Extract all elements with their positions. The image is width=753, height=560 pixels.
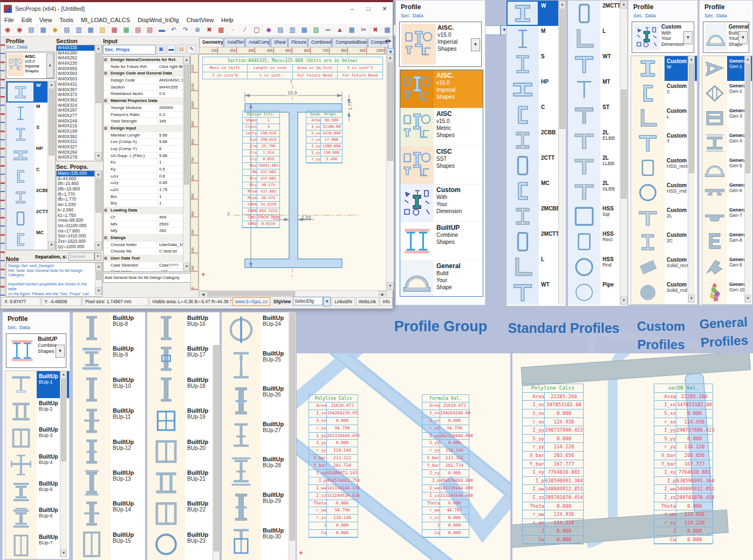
copy-note-button[interactable]: ▣ xyxy=(156,45,166,54)
menu-item[interactable]: View xyxy=(36,17,56,23)
note-scrollbar[interactable]: ▲▼ xyxy=(95,263,102,295)
custom-profile-item[interactable]: Custom2C xyxy=(631,230,697,255)
standard-profile-item[interactable]: 2MCTT xyxy=(568,1,627,26)
custom-profile-item[interactable]: CustomSolid_rect xyxy=(631,255,697,279)
geometry-canvas[interactable]: Section:W44X335; Mass=335.000 (Units are… xyxy=(198,54,387,291)
builtup-item[interactable]: BuiltUpBUp-24 xyxy=(222,312,296,348)
property-row[interactable]: Design Input xyxy=(104,125,190,132)
menu-item[interactable]: Tools xyxy=(56,17,77,23)
toolbar-icon[interactable]: ✖ xyxy=(370,25,381,36)
builtup-item[interactable]: BuiltUpBUp-11 xyxy=(73,405,145,436)
builtup-item[interactable]: BuiltUpBUp-12 xyxy=(73,436,145,467)
builtup-item[interactable]: BuiltUpBUp-17 xyxy=(147,343,220,374)
toolbar-icon[interactable]: ▧ xyxy=(97,25,108,36)
standard-profile-item[interactable]: 2MCBB xyxy=(506,203,566,229)
menu-item[interactable]: MI_LOAD_CALCS xyxy=(77,17,134,23)
builtup-item[interactable]: BuiltUpBUp-30 xyxy=(222,525,296,560)
builtup-item[interactable]: BuiltUpBUp-21 xyxy=(147,467,220,498)
custom-profile-item[interactable]: CustomW xyxy=(631,56,697,81)
builtup-item[interactable]: BuiltUpBUp-10 xyxy=(73,374,145,405)
custom-profile-item[interactable]: CustomC xyxy=(631,81,697,106)
property-row[interactable]: Dialogs xyxy=(104,235,190,242)
standard-profile-item[interactable]: MT xyxy=(568,77,627,102)
view-tab[interactable]: CompositeBeam xyxy=(332,38,367,47)
toolbar-icon[interactable]: ▦ xyxy=(299,25,310,36)
custom-profile-item[interactable]: CustomT xyxy=(631,131,697,155)
list-scrollbar[interactable]: ▲▼ xyxy=(620,1,627,305)
builtup-item[interactable]: BuiltUpBUp-23 xyxy=(147,529,220,560)
toolbar-icon[interactable]: ▦ xyxy=(109,25,120,36)
toolbar-icon[interactable]: ▧ xyxy=(311,25,321,36)
standard-profile-item[interactable]: WT xyxy=(506,279,566,305)
section-item[interactable]: W40X264 xyxy=(57,160,102,161)
combo-dropdown-icon[interactable]: ▼ xyxy=(46,53,53,78)
builtup-item[interactable]: BuiltUpBUp-15 xyxy=(73,529,145,560)
standard-profile-item[interactable]: 2CBB xyxy=(506,127,566,153)
toolbar-icon[interactable]: ▤ xyxy=(26,25,37,36)
list-scrollbar[interactable]: ▲▼ xyxy=(688,56,695,303)
property-row[interactable]: Mfx 2500 xyxy=(104,221,190,228)
property-row[interactable]: Yield Strength 345 xyxy=(104,118,190,125)
menu-item[interactable]: DispWnd_InDlg xyxy=(134,17,182,23)
profile-group-combo[interactable]: AISC.v15.0 Imperial Shapes ▼ xyxy=(399,22,482,67)
export-note-button[interactable]: ▤ xyxy=(177,45,186,54)
toolbar-icon[interactable]: ✖ xyxy=(204,25,215,36)
toolbar-icon[interactable]: ⊕ xyxy=(192,25,203,36)
profile-list-scrollbar[interactable]: ▲▼ xyxy=(47,81,55,249)
canvas-vscrollbar[interactable]: ▲▼ xyxy=(386,54,394,290)
builtup-item[interactable]: BuiltUpBUp-16 xyxy=(147,312,220,343)
property-row[interactable]: Ky 0.5 xyxy=(104,166,190,173)
builtup-item[interactable]: BuiltUpBUp-18 xyxy=(147,374,220,405)
custom-profile-item[interactable]: Custom2L xyxy=(631,205,697,230)
custom-profile-item[interactable]: CustomSolid_rnd xyxy=(631,279,697,304)
toolbar-icon[interactable]: ◆ xyxy=(50,25,60,36)
property-row[interactable]: ω1y 0.85 xyxy=(104,180,190,187)
property-row[interactable]: Youngs Modulus 200000 xyxy=(104,105,190,112)
property-row[interactable]: Case Selected Case???? xyxy=(104,262,190,269)
standard-profile-item[interactable]: C xyxy=(506,102,566,127)
property-row[interactable]: Luy (Comp-Y) 6 xyxy=(104,146,190,153)
minimize-button[interactable]: – xyxy=(344,3,360,15)
list-scrollbar[interactable]: ▲▼ xyxy=(744,56,751,303)
view-tab[interactable]: Geometry xyxy=(199,38,223,47)
toolbar-icon[interactable]: ◉ xyxy=(14,25,25,36)
list-scrollbar[interactable]: ▲ xyxy=(558,1,566,305)
property-row[interactable]: Resistance factor 0.9 xyxy=(104,91,190,98)
profile-group-option[interactable]: CISCSST Shapes xyxy=(400,146,483,185)
toolbar-icon[interactable]: ↷ xyxy=(180,25,191,36)
standard-profile-item[interactable]: L xyxy=(506,254,566,279)
maximize-button[interactable]: □ xyxy=(360,3,376,15)
toolbar-icon[interactable]: ▦ xyxy=(85,25,96,36)
standard-profile-item[interactable]: M xyxy=(506,26,566,51)
property-row[interactable]: Choose folder UserData_103 xyxy=(104,242,190,249)
toolbar-icon[interactable]: ✂ xyxy=(358,25,369,36)
view-tab[interactable]: AxialTen xyxy=(224,38,245,47)
builtup-item[interactable]: BuiltUpBUp-20 xyxy=(147,436,220,467)
custom-profile-item[interactable]: CustomL xyxy=(631,106,697,131)
combo-dropdown-icon[interactable]: ▼ xyxy=(683,31,693,44)
weblink-button[interactable]: WebLink xyxy=(356,297,379,306)
property-row[interactable]: Un-Supp. L (Flex.) 5.66 xyxy=(104,153,190,160)
view-tab[interactable]: Flexure xyxy=(288,38,307,47)
input-grid-scrollbar[interactable]: ▲▼ xyxy=(183,56,190,271)
profile-group-option[interactable]: CustomWith Your Dimension xyxy=(400,185,483,223)
website-link[interactable]: www.S-AlgoL.co xyxy=(232,297,270,306)
input-category-field[interactable] xyxy=(103,45,156,54)
property-row[interactable]: Design Notes/Comments for Ref. xyxy=(104,57,190,64)
standard-profile-item[interactable]: HP xyxy=(506,77,566,102)
standard-profile-item[interactable]: 2LLLBB xyxy=(568,153,627,178)
toolbar-icon[interactable]: ▲ xyxy=(334,25,345,36)
profile-group-option[interactable]: GeneralBuild Your Shape xyxy=(400,261,483,297)
section-list-scrollbar[interactable]: ▲▼ xyxy=(94,45,102,160)
general-combo[interactable]: GeneralBuild Your Shape ▼ xyxy=(703,22,749,53)
custom-profile-item[interactable]: CustomHSS_rnd xyxy=(631,180,697,205)
secdb-test-canvas[interactable]: Polyline Calcs Area22285.266I_xx34785310… xyxy=(512,353,753,560)
builtup-item[interactable]: BuiltUpBUp-9 xyxy=(73,343,145,374)
property-row[interactable]: ω2x 1.75 xyxy=(104,187,190,194)
toolbar-icon[interactable]: ↶ xyxy=(168,25,179,36)
standard-profile-item[interactable]: HSSSqr xyxy=(568,203,627,229)
list-scrollbar[interactable] xyxy=(289,312,296,560)
list-scrollbar[interactable]: ▲▼ xyxy=(60,371,67,557)
property-row[interactable]: Mfy 260 xyxy=(104,228,190,235)
edit-note-button[interactable]: ✎ xyxy=(187,45,196,54)
